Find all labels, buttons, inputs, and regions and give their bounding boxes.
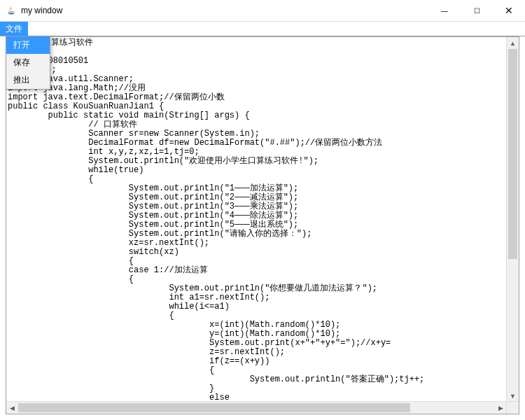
app-window: my window — ☐ ✕ 文件 打开 保存 推出 //小学生口算练习软件 … (0, 0, 525, 420)
scroll-corner (506, 401, 519, 414)
scroll-down-icon[interactable]: ▼ (507, 390, 519, 402)
svg-point-1 (8, 12, 15, 13)
file-menu-dropdown: 打开 保存 推出 (6, 36, 50, 90)
maximize-button[interactable]: ☐ (461, 0, 493, 21)
menu-item-open[interactable]: 打开 (6, 36, 50, 54)
titlebar: my window — ☐ ✕ (0, 0, 525, 22)
menu-item-exit[interactable]: 推出 (6, 71, 50, 89)
code-text: //小学生口算练习软件 //杨子龙 //20150508010501 //口算软… (6, 37, 507, 402)
menu-item-save[interactable]: 保存 (6, 54, 50, 71)
vertical-scroll-thumb[interactable] (508, 49, 517, 259)
text-area[interactable]: //小学生口算练习软件 //杨子龙 //20150508010501 //口算软… (6, 37, 507, 402)
horizontal-scrollbar[interactable]: ◀ ▶ (6, 401, 507, 414)
window-title: my window (21, 6, 62, 15)
text-area-container: //小学生口算练习软件 //杨子龙 //20150508010501 //口算软… (6, 36, 519, 414)
horizontal-scroll-thumb[interactable] (18, 403, 410, 412)
scroll-left-icon[interactable]: ◀ (6, 402, 18, 414)
java-icon (6, 5, 17, 16)
scroll-right-icon[interactable]: ▶ (495, 402, 507, 414)
minimize-button[interactable]: — (428, 0, 461, 21)
close-button[interactable]: ✕ (493, 0, 525, 21)
window-controls: — ☐ ✕ (428, 0, 525, 21)
menubar: 文件 (0, 22, 525, 36)
vertical-scrollbar[interactable]: ▲ ▼ (506, 37, 519, 402)
menu-file[interactable]: 文件 (0, 22, 28, 36)
scroll-up-icon[interactable]: ▲ (507, 37, 519, 49)
